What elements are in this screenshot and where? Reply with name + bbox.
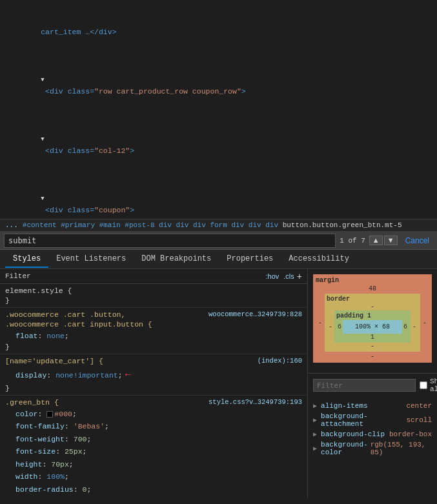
padding-sides: 6 100% × 68 6 bbox=[336, 320, 409, 334]
pseudo-buttons: :hov .cls + bbox=[264, 272, 302, 281]
margin-right-value: - bbox=[420, 294, 429, 352]
css-prop-float: float: none; bbox=[5, 330, 302, 343]
attr-value: "col-12" bbox=[94, 146, 130, 155]
computed-item-align-items[interactable]: ▶ align-items center bbox=[308, 401, 437, 411]
dom-tag: <div class= bbox=[41, 87, 94, 96]
css-selector: .green_btn { style.css?v…3249739:193 bbox=[5, 398, 302, 407]
prop-name: height bbox=[15, 460, 42, 469]
show-all-text: Show all bbox=[430, 378, 437, 393]
filter-label: Filter bbox=[5, 272, 31, 280]
source-link[interactable]: woocommerce…3249739:828 bbox=[208, 310, 302, 318]
expand-arrow[interactable]: ▼ bbox=[41, 196, 44, 202]
dom-content: cart_item …</div> ▼ <div class="row cart… bbox=[0, 0, 437, 219]
important-arrow: ← bbox=[125, 369, 132, 381]
prop-value: none!important bbox=[56, 371, 118, 379]
styles-filter-bar: Filter :hov .cls + bbox=[0, 269, 307, 284]
bc-tag-primary[interactable]: #primary bbox=[61, 221, 95, 229]
search-down-button[interactable]: ▼ bbox=[384, 236, 398, 245]
bc-tag-div6[interactable]: div bbox=[265, 221, 278, 229]
dom-panel: cart_item …</div> ▼ <div class="row cart… bbox=[0, 0, 437, 219]
computed-prop-value: rgb(155, 193, 85) bbox=[371, 441, 432, 456]
bc-tag-div5[interactable]: div bbox=[249, 221, 261, 229]
add-rule-button[interactable]: + bbox=[297, 272, 302, 281]
bc-tag-div3[interactable]: div bbox=[193, 221, 206, 229]
css-rule-green-btn: .green_btn { style.css?v…3249739:193 col… bbox=[0, 396, 307, 498]
search-bar: 1 of 7 ▲ ▼ Cancel bbox=[0, 232, 437, 250]
search-cancel-button[interactable]: Cancel bbox=[401, 235, 433, 247]
bc-content: #content #primary #main #post-8 div div … bbox=[23, 221, 402, 229]
tab-accessibility[interactable]: Accessibility bbox=[281, 251, 357, 268]
tab-properties[interactable]: Properties bbox=[219, 251, 281, 268]
box-model-container: margin 48 - border - - bbox=[308, 269, 437, 373]
source-link[interactable]: (index):160 bbox=[258, 357, 302, 365]
color-swatch-black[interactable] bbox=[46, 411, 53, 418]
computed-item-bg-attachment[interactable]: ▶ background-attachment scroll bbox=[308, 411, 437, 429]
dom-line: cart_item …</div> bbox=[0, 3, 437, 50]
attr-value: "coupon" bbox=[94, 206, 130, 214]
prop-value: #000 bbox=[54, 410, 72, 418]
tabs-bar: Styles Event Listeners DOM Breakpoints P… bbox=[0, 250, 437, 269]
prop-name: color bbox=[15, 410, 38, 418]
expand-arrow[interactable]: ▼ bbox=[41, 77, 44, 83]
search-up-button[interactable]: ▲ bbox=[369, 236, 383, 245]
content-size: 100% × 68 bbox=[355, 323, 390, 330]
show-all-checkbox[interactable] bbox=[420, 381, 427, 389]
computed-filter-input[interactable] bbox=[313, 379, 416, 392]
bc-tag-div4[interactable]: div bbox=[231, 221, 244, 229]
attr-value: "row cart_product_row coupon_row" bbox=[94, 87, 241, 96]
bc-tag-post8[interactable]: #post-8 bbox=[125, 221, 154, 229]
source-link[interactable]: style.css?v…3249739:193 bbox=[208, 398, 302, 406]
element-style-text: element.style { bbox=[5, 287, 72, 295]
css-prop-font-weight: font-weight: 700; bbox=[5, 433, 302, 446]
indent bbox=[41, 123, 85, 131]
bc-tag-button[interactable]: button.button.green_btn.mt-5 bbox=[283, 221, 402, 229]
padding-label: padding 1 bbox=[336, 312, 409, 319]
prop-name: font-weight bbox=[15, 435, 65, 443]
computed-expand-arrow: ▶ bbox=[313, 430, 317, 438]
selector-text: [name='update_cart'] { bbox=[5, 357, 103, 365]
tab-dom-breakpoints[interactable]: DOM Breakpoints bbox=[134, 251, 219, 268]
bc-tag-content[interactable]: #content bbox=[23, 221, 57, 229]
computed-prop-name: background-clip bbox=[321, 430, 387, 438]
dom-line[interactable]: ▼ <div class="coupon"> bbox=[0, 168, 437, 219]
computed-item-bg-clip[interactable]: ▶ background-clip border-box bbox=[308, 429, 437, 439]
indent bbox=[41, 15, 67, 24]
devtools-panel: cart_item …</div> ▼ <div class="row cart… bbox=[0, 0, 437, 504]
computed-expand-arrow: ▶ bbox=[313, 445, 317, 452]
box-model-visual: margin 48 - border - - bbox=[313, 274, 432, 363]
css-rule-update-cart: [name='update_cart'] { (index):160 displ… bbox=[0, 354, 307, 396]
prop-value: 100% bbox=[46, 472, 65, 481]
search-input[interactable] bbox=[4, 234, 336, 248]
show-all-label: Show all bbox=[420, 378, 437, 393]
computed-item-bg-color[interactable]: ▶ background-color rgb(155, 193, 85) bbox=[308, 439, 437, 458]
dom-line[interactable]: ▼ <div class="row cart_product_row coupo… bbox=[0, 50, 437, 110]
border-sides: - padding 1 6 100% × 68 bbox=[327, 310, 418, 343]
css-prop-font-size: font-size: 25px; bbox=[5, 445, 302, 458]
computed-prop-value: scroll bbox=[406, 416, 432, 424]
dom-line[interactable]: ▼ <div class="col-12"> bbox=[0, 110, 437, 169]
css-rule-woo-cart-button: .woocommerce .cart .button, woocommerce…… bbox=[0, 308, 307, 354]
hov-button[interactable]: :hov bbox=[264, 272, 281, 281]
border-left: - bbox=[327, 310, 334, 343]
bc-tag-main[interactable]: #main bbox=[99, 221, 121, 229]
bc-tag-div1[interactable]: div bbox=[159, 221, 172, 229]
css-prop-height: height: 70px; bbox=[5, 458, 302, 471]
css-prop-border-radius: border-radius: 0; bbox=[5, 483, 302, 496]
tab-event-listeners[interactable]: Event Listeners bbox=[48, 251, 134, 268]
prop-name: font-size bbox=[15, 447, 56, 456]
prop-name: font-family bbox=[15, 422, 65, 430]
prop-value: 0 bbox=[83, 485, 87, 494]
bc-tag-form[interactable]: form bbox=[210, 221, 227, 229]
box-model-panel: margin 48 - border - - bbox=[308, 269, 437, 498]
prop-name: float bbox=[15, 332, 38, 340]
bc-tag-div2[interactable]: div bbox=[176, 221, 189, 229]
border-top: - bbox=[327, 303, 418, 310]
tab-styles[interactable]: Styles bbox=[5, 251, 48, 268]
cls-button[interactable]: .cls bbox=[283, 272, 294, 280]
border-label: border bbox=[327, 296, 418, 303]
prop-value: 25px bbox=[65, 447, 83, 456]
css-selector: [name='update_cart'] { (index):160 bbox=[5, 357, 302, 365]
prop-name: display bbox=[15, 371, 46, 379]
expand-arrow[interactable]: ▼ bbox=[41, 136, 44, 143]
content-box: 100% × 68 bbox=[343, 320, 402, 334]
